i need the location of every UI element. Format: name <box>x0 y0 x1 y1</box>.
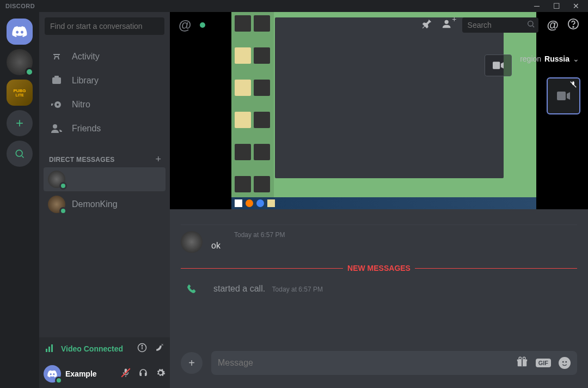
deafen-button[interactable] <box>138 368 148 380</box>
nav-nitro[interactable]: Nitro <box>44 93 166 117</box>
video-thumbnail-self[interactable] <box>547 77 580 114</box>
message-group: Today at 6:57 PM ok <box>181 231 577 253</box>
svg-point-18 <box>573 27 574 28</box>
nav-nitro-label: Nitro <box>72 100 90 110</box>
help-icon[interactable] <box>567 18 579 32</box>
minimize-button[interactable]: ─ <box>531 2 542 10</box>
info-icon[interactable] <box>137 343 147 355</box>
online-status-icon <box>59 207 67 215</box>
status-indicator <box>200 22 205 28</box>
svg-point-25 <box>519 357 522 360</box>
voice-status-text: Video Connected <box>61 344 123 353</box>
explore-button[interactable] <box>7 141 33 167</box>
create-dm-button[interactable]: + <box>155 154 161 165</box>
maximize-button[interactable]: ☐ <box>551 2 562 10</box>
new-messages-divider: NEW MESSAGES <box>181 264 577 272</box>
messages-list: Today at 6:57 PM ok NEW MESSAGES started… <box>170 209 588 349</box>
message-input[interactable] <box>218 358 516 368</box>
nav-friends-label: Friends <box>72 124 101 134</box>
svg-rect-7 <box>46 349 47 352</box>
discord-logo-icon <box>47 370 57 378</box>
message-input-bar: + GIF <box>181 351 577 375</box>
pin-icon[interactable] <box>421 18 433 32</box>
server-item-pubg[interactable]: PUBG LITE <box>7 80 33 106</box>
user-name: Example <box>65 369 97 378</box>
add-friend-icon[interactable]: + <box>442 18 454 32</box>
call-time: Today at 6:57 PM <box>272 286 323 293</box>
region-label: region <box>520 54 541 63</box>
sidebar: Activity Library Nitro Friends DIRECT ME… <box>39 12 170 388</box>
search-icon <box>526 20 535 31</box>
nitro-icon <box>50 98 63 111</box>
svg-rect-24 <box>522 359 523 366</box>
camera-icon <box>493 62 504 69</box>
svg-rect-3 <box>54 76 59 77</box>
svg-point-15 <box>528 21 532 26</box>
svg-rect-20 <box>557 92 566 100</box>
gif-button[interactable]: GIF <box>536 359 551 367</box>
new-messages-label: NEW MESSAGES <box>343 264 415 272</box>
gift-icon[interactable] <box>516 356 528 370</box>
pubg-label-2: LITE <box>15 93 23 97</box>
search-icon <box>14 148 25 159</box>
user-panel: Example <box>39 360 170 388</box>
shared-screen <box>231 12 536 209</box>
online-status-icon <box>25 68 34 76</box>
svg-point-0 <box>16 150 22 156</box>
svg-point-6 <box>53 124 57 129</box>
server-item-1[interactable] <box>7 49 33 75</box>
video-call-area <box>170 12 588 209</box>
avatar[interactable] <box>181 231 203 253</box>
nav-activity[interactable]: Activity <box>44 45 166 69</box>
home-button[interactable] <box>7 19 33 45</box>
dm-header-text: DIRECT MESSAGES <box>49 156 115 163</box>
call-text: started a call. <box>213 284 265 293</box>
svg-point-5 <box>57 104 59 106</box>
region-selector[interactable]: region Russia ⌄ <box>520 54 579 63</box>
nav-library-label: Library <box>72 76 99 86</box>
camera-icon <box>557 91 570 101</box>
window-controls: ─ ☐ ✕ <box>531 2 586 10</box>
dm-item-0[interactable] <box>44 167 166 191</box>
nav-library[interactable]: Library <box>44 69 166 93</box>
titlebar-title: DISCORD <box>2 3 35 9</box>
channel-header: @ + @ <box>170 12 588 38</box>
conversation-search-input[interactable] <box>45 17 164 35</box>
svg-rect-19 <box>493 62 500 69</box>
call-started-row: started a call. Today at 6:57 PM <box>181 283 577 294</box>
server-rail: PUBG LITE + <box>0 12 39 388</box>
svg-point-26 <box>523 357 525 360</box>
svg-point-14 <box>444 20 448 24</box>
video-thumbnail-1[interactable] <box>485 54 512 76</box>
settings-button[interactable] <box>156 368 166 380</box>
mentions-icon[interactable]: @ <box>547 18 559 32</box>
discord-logo-icon <box>12 26 27 37</box>
mute-button[interactable] <box>121 368 131 380</box>
user-avatar[interactable] <box>44 365 61 383</box>
message-timestamp: Today at 6:57 PM <box>234 231 577 239</box>
pubg-label-1: PUBG <box>13 89 26 93</box>
svg-rect-8 <box>48 347 50 352</box>
chevron-down-icon: ⌄ <box>573 54 579 63</box>
message-text: ok <box>211 241 577 251</box>
online-status-icon <box>55 377 63 384</box>
emoji-button[interactable] <box>559 357 571 369</box>
svg-line-1 <box>22 156 23 157</box>
titlebar: DISCORD ─ ☐ ✕ <box>0 0 588 12</box>
friends-icon <box>50 122 63 135</box>
svg-rect-2 <box>52 77 61 84</box>
dm-name-1: DemonKing <box>72 199 118 209</box>
voice-status-panel: Video Connected × <box>39 337 170 360</box>
dm-item-1[interactable]: DemonKing <box>44 192 166 216</box>
avatar <box>48 196 65 213</box>
at-icon: @ <box>179 17 191 33</box>
add-server-button[interactable]: + <box>7 110 33 136</box>
svg-point-29 <box>565 361 567 363</box>
disconnect-icon[interactable]: × <box>155 343 164 355</box>
close-button[interactable]: ✕ <box>571 2 581 10</box>
attach-button[interactable]: + <box>181 352 203 374</box>
dm-header: DIRECT MESSAGES + <box>39 145 170 167</box>
nav-friends[interactable]: Friends <box>44 117 166 141</box>
avatar <box>48 171 65 188</box>
svg-point-27 <box>560 358 569 368</box>
